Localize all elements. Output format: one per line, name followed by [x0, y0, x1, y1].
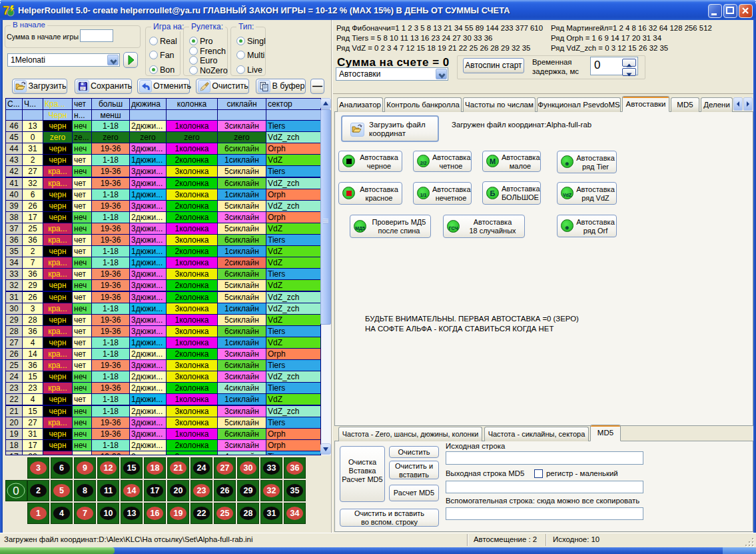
svg-text:0: 0: [13, 485, 19, 497]
